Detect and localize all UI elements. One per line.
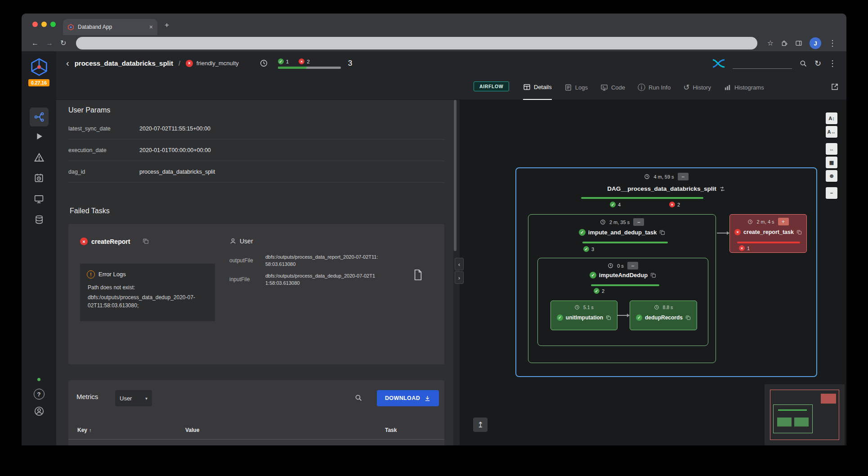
center-graph-button[interactable]: ⊕ xyxy=(826,170,837,182)
back-chevron-button[interactable]: ‹ xyxy=(66,58,69,68)
group-title-row: ✓ impute_and_dedup_task xyxy=(528,229,716,236)
browser-tab[interactable]: Databand App × xyxy=(63,19,157,35)
sidebar-item-monitor[interactable] xyxy=(22,194,56,204)
dag-name[interactable]: DAG__process_data_databricks_split xyxy=(607,185,716,192)
external-link-icon[interactable] xyxy=(831,83,839,91)
pipeline-title[interactable]: process_data_databricks_split xyxy=(75,59,173,67)
sidebar-item-runs[interactable] xyxy=(22,131,56,141)
screen: Databand App × + ← → ↻ ☆ J ⋮ xyxy=(0,0,868,476)
copy-icon[interactable] xyxy=(143,238,149,244)
header-search-input[interactable] xyxy=(733,58,792,69)
tab-history[interactable]: ↺ History xyxy=(683,75,711,100)
reload-button[interactable]: ↻ xyxy=(60,40,66,47)
bookmark-star-icon[interactable]: ☆ xyxy=(767,40,774,47)
tab-logs[interactable]: Logs xyxy=(564,75,588,100)
copy-icon[interactable] xyxy=(685,315,691,320)
tab-run-info[interactable]: ⓘ Run Info xyxy=(638,75,671,100)
help-button[interactable]: ? xyxy=(22,389,56,400)
sidebar-item-pipelines[interactable] xyxy=(22,108,56,126)
task-node-create-report-task[interactable]: 2 m, 4 s + × create_report_task × 1 xyxy=(729,214,807,253)
version-badge: 0.27.16 xyxy=(22,79,56,86)
copy-icon[interactable] xyxy=(650,272,656,278)
minimap-leaf xyxy=(777,418,792,427)
history-icon: ↺ xyxy=(683,84,689,91)
copy-icon[interactable] xyxy=(796,229,802,235)
search-icon[interactable] xyxy=(799,59,807,67)
task-name[interactable]: unitImputation xyxy=(566,314,603,321)
run-header: ‹ process_data_databricks_split / × frie… xyxy=(56,51,846,75)
tab-code[interactable]: Code xyxy=(600,75,625,100)
check-icon: ✓ xyxy=(590,272,596,278)
run-name[interactable]: friendly_mcnulty xyxy=(197,60,239,67)
group-node-imputeanddedup[interactable]: 0 s − ✓ imputeAndDedup ✓ 2 xyxy=(537,258,708,346)
copy-icon[interactable] xyxy=(606,315,611,320)
more-menu-icon[interactable]: ⋮ xyxy=(828,58,837,68)
airflow-badge: AIRFLOW xyxy=(474,81,509,91)
browser-menu-icon[interactable]: ⋮ xyxy=(828,39,837,47)
layout-vertical-button[interactable]: A↕ xyxy=(826,112,837,124)
minimap-bar xyxy=(778,409,807,411)
copy-icon[interactable] xyxy=(659,229,665,235)
view-tabs-bar: AIRFLOW Details Logs Code xyxy=(56,75,846,100)
extensions-puzzle-icon[interactable] xyxy=(781,40,788,47)
param-row: dag_id process_data_databricks_split xyxy=(68,161,444,183)
check-icon: ✓ xyxy=(278,58,284,64)
dag-node[interactable]: 4 m, 59 s − DAG__process_data_databricks… xyxy=(515,167,817,377)
collapse-node-button[interactable]: − xyxy=(627,262,638,269)
collapse-node-button[interactable]: − xyxy=(678,173,689,180)
subgroup-name[interactable]: imputeAndDedup xyxy=(599,272,648,278)
failed-task-name[interactable]: createReport xyxy=(91,238,130,245)
metrics-col-value[interactable]: Value xyxy=(185,427,199,433)
scrollbar-thumb[interactable] xyxy=(454,100,456,251)
task-node-deduprecords[interactable]: 8.8 s ✓ dedupRecords xyxy=(630,301,697,330)
collapse-left-button[interactable]: ‹ xyxy=(455,258,464,270)
expand-node-button[interactable]: + xyxy=(778,218,789,225)
file-icon[interactable] xyxy=(413,269,423,281)
address-bar[interactable] xyxy=(76,37,757,49)
metrics-col-task[interactable]: Task xyxy=(385,427,397,433)
task-node-unitimputation[interactable]: 5.1 s ✓ unitImputation xyxy=(550,301,617,330)
input-file-key: inputFile xyxy=(229,276,250,283)
minimize-window-button[interactable] xyxy=(41,22,47,27)
fit-width-button[interactable]: ↔ xyxy=(826,143,837,155)
tab-title: Databand App xyxy=(78,24,149,30)
sidebar-item-scheduled[interactable] xyxy=(22,173,56,183)
tab-details[interactable]: Details xyxy=(523,75,552,100)
expand-panel-button[interactable]: ↥ xyxy=(473,418,488,432)
collapse-node-button[interactable]: − xyxy=(633,218,644,226)
tab-close-icon[interactable]: × xyxy=(149,23,153,31)
sidebar-item-alerts[interactable] xyxy=(22,152,56,163)
tab-histograms[interactable]: Histograms xyxy=(724,75,764,100)
refresh-icon[interactable]: ↻ xyxy=(814,58,821,68)
collapse-right-button[interactable]: › xyxy=(455,271,464,284)
account-button[interactable] xyxy=(22,406,56,417)
monitor-icon xyxy=(34,194,44,204)
dag-graph-panel: 4 m, 59 s − DAG__process_data_databricks… xyxy=(460,100,846,445)
layout-horizontal-button[interactable]: A↔ xyxy=(826,126,837,138)
close-window-button[interactable] xyxy=(32,22,38,27)
metrics-col-key[interactable]: Key↑ xyxy=(77,427,92,433)
task-name[interactable]: create_report_task xyxy=(743,229,794,235)
databand-app: 0.27.16 xyxy=(22,51,846,445)
group-name[interactable]: impute_and_dedup_task xyxy=(588,229,657,236)
task-name[interactable]: dedupRecords xyxy=(645,314,683,321)
cross-icon: × xyxy=(734,229,741,235)
code-terminal-icon xyxy=(600,84,608,91)
download-button[interactable]: DOWNLOAD xyxy=(377,390,439,406)
grid-layout-button[interactable]: ▦ xyxy=(826,157,837,168)
forward-button[interactable]: → xyxy=(46,40,53,47)
metrics-search-icon[interactable] xyxy=(354,394,362,402)
metrics-filter-dropdown[interactable]: User ▾ xyxy=(115,390,152,406)
side-panel-icon[interactable] xyxy=(795,40,802,47)
cross-icon: × xyxy=(299,58,304,64)
group-node-impute-and-dedup-task[interactable]: 2 m, 35 s − ✓ impute_and_dedup_task ✓ 3 xyxy=(528,214,716,363)
subdag-icon[interactable] xyxy=(719,186,725,192)
profile-avatar[interactable]: J xyxy=(810,37,821,49)
zoom-window-button[interactable] xyxy=(50,22,56,27)
sidebar-item-data[interactable] xyxy=(22,215,56,225)
run-progress: ✓ 1 × 2 xyxy=(278,58,341,69)
graph-minimap[interactable] xyxy=(765,384,845,445)
new-tab-button[interactable]: + xyxy=(165,21,169,30)
zoom-out-button[interactable]: − xyxy=(826,187,837,199)
back-button[interactable]: ← xyxy=(31,40,39,47)
